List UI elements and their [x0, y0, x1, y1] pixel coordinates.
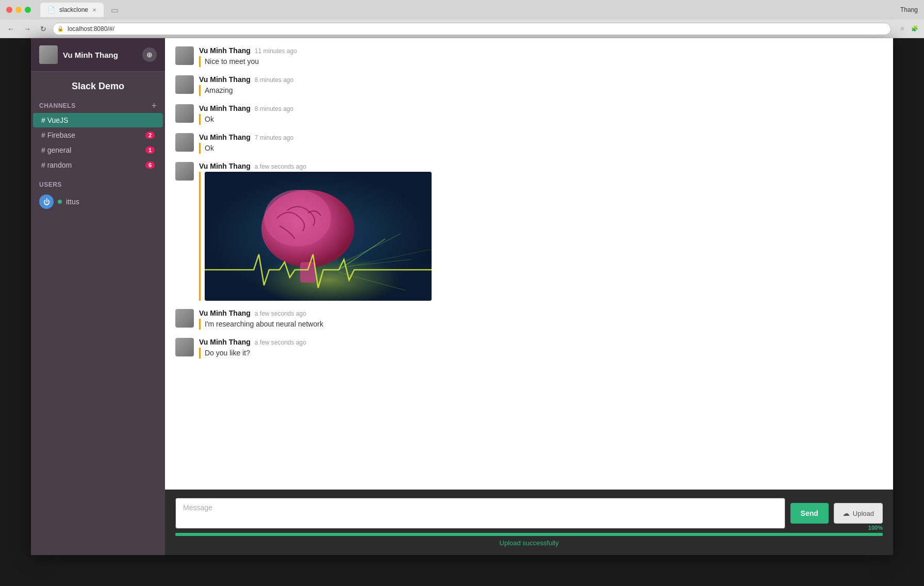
message-author: Vu Minh Thang [199, 104, 251, 112]
avatar [175, 162, 194, 181]
traffic-lights [6, 7, 31, 13]
address-bar[interactable]: 🔒 localhost:8080/#/ [53, 23, 891, 35]
browser-chrome: 📄 slackclone ✕ ▭ Thang ← → ↻ 🔒 localhost… [0, 0, 924, 38]
progress-bar-fill [175, 533, 883, 536]
message-text: I'm researching about neural network [205, 320, 323, 328]
upload-button[interactable]: ☁ Upload [834, 503, 883, 524]
brain-svg [205, 172, 432, 301]
avatar [175, 104, 194, 123]
maximize-window-button[interactable] [25, 7, 31, 13]
progress-bar-container: 100% [175, 533, 883, 536]
sidebar: Vu Minh Thang ⊕ Slack Demo CHANNELS + # … [31, 38, 165, 555]
message-author: Vu Minh Thang [199, 162, 251, 170]
message-text: Ok [205, 115, 214, 123]
message-row: Vu Minh Thang a few seconds ago I'm rese… [175, 309, 883, 330]
channel-item-random[interactable]: # random 6 [33, 158, 163, 172]
message-time: 7 minutes ago [255, 134, 293, 141]
add-channel-button[interactable]: + [151, 101, 157, 110]
avatar [175, 75, 194, 94]
reload-button[interactable]: ↻ [37, 23, 50, 35]
users-section: USERS ⏻ ittus [31, 173, 165, 215]
message-time: 8 minutes ago [255, 76, 293, 84]
compose-button[interactable]: ⊕ [142, 47, 157, 62]
firebase-badge: 2 [145, 132, 155, 139]
close-window-button[interactable] [6, 7, 12, 13]
message-time: a few seconds ago [255, 310, 306, 317]
app-window: Vu Minh Thang ⊕ Slack Demo CHANNELS + # … [31, 38, 893, 555]
message-author: Vu Minh Thang [199, 338, 251, 346]
svg-point-3 [264, 190, 331, 247]
message-author: Vu Minh Thang [199, 75, 251, 84]
message-text: Ok [205, 144, 214, 152]
browser-user-label: Thang [900, 6, 918, 13]
lock-icon: 🔒 [57, 26, 63, 31]
new-tab-button[interactable]: ▭ [108, 4, 122, 16]
message-row: Vu Minh Thang 8 minutes ago Amazing [175, 75, 883, 96]
message-row: Vu Minh Thang 8 minutes ago Ok [175, 104, 883, 125]
users-label: USERS [39, 181, 157, 188]
message-time: a few seconds ago [255, 339, 306, 346]
back-button[interactable]: ← [4, 23, 18, 35]
forward-button[interactable]: → [21, 23, 34, 35]
upload-label: Upload [853, 510, 874, 517]
message-text: Nice to meet you [205, 57, 259, 66]
channel-item-general[interactable]: # general 1 [33, 143, 163, 157]
sidebar-username: Vu Minh Thang [63, 51, 137, 59]
channels-list: # VueJS # Firebase 2 # general 1 # rando… [31, 112, 165, 173]
message-content: Vu Minh Thang 8 minutes ago Ok [199, 104, 883, 125]
input-row: Send ☁ Upload [175, 498, 883, 529]
user-name-ittus: ittus [66, 198, 79, 206]
avatar [175, 133, 194, 152]
avatar [175, 309, 194, 328]
brain-image [205, 172, 432, 301]
message-row: Vu Minh Thang 7 minutes ago Ok [175, 133, 883, 154]
extensions-icon[interactable]: 🧩 [910, 24, 920, 34]
channel-item-firebase[interactable]: # Firebase 2 [33, 128, 163, 142]
tab-close-button[interactable]: ✕ [92, 7, 96, 13]
message-author: Vu Minh Thang [199, 133, 251, 141]
message-time: 11 minutes ago [255, 47, 297, 55]
user-power-icon: ⏻ [39, 194, 54, 209]
messages-container: Vu Minh Thang 11 minutes ago Nice to mee… [165, 38, 893, 490]
message-text: Amazing [205, 86, 233, 94]
progress-label: 100% [868, 525, 883, 531]
message-row: Vu Minh Thang a few seconds ago Do you l… [175, 338, 883, 359]
svg-rect-4 [300, 262, 316, 283]
message-text: Do you like it? [205, 349, 250, 357]
message-author: Vu Minh Thang [199, 309, 251, 317]
message-row: Vu Minh Thang 11 minutes ago Nice to mee… [175, 46, 883, 67]
channels-label: CHANNELS [39, 102, 76, 109]
bookmark-icon[interactable]: ☆ [897, 24, 908, 34]
message-time: 8 minutes ago [255, 105, 293, 112]
general-badge: 1 [145, 146, 155, 154]
chat-area: Vu Minh Thang 11 minutes ago Nice to mee… [165, 38, 893, 555]
workspace-name: Slack Demo [31, 72, 165, 97]
message-content: Vu Minh Thang a few seconds ago Do you l… [199, 338, 883, 359]
channels-section-header: CHANNELS + [31, 97, 165, 112]
message-row: Vu Minh Thang a few seconds ago [175, 162, 883, 301]
message-content: Vu Minh Thang 11 minutes ago Nice to mee… [199, 46, 883, 67]
random-badge: 6 [145, 161, 155, 169]
url-text: localhost:8080/#/ [68, 25, 114, 32]
message-content: Vu Minh Thang 8 minutes ago Amazing [199, 75, 883, 96]
online-status-dot [58, 200, 62, 204]
avatar [39, 45, 58, 64]
minimize-window-button[interactable] [15, 7, 22, 13]
message-content: Vu Minh Thang a few seconds ago [199, 162, 883, 301]
upload-icon: ☁ [843, 509, 850, 517]
message-input[interactable] [175, 498, 785, 529]
channel-item-vuejs[interactable]: # VueJS [33, 113, 163, 127]
message-content: Vu Minh Thang 7 minutes ago Ok [199, 133, 883, 154]
browser-titlebar: 📄 slackclone ✕ ▭ Thang [0, 0, 924, 20]
sidebar-header: Vu Minh Thang ⊕ [31, 38, 165, 72]
browser-tab[interactable]: 📄 slackclone ✕ [40, 3, 104, 17]
browser-actions: ☆ 🧩 [897, 24, 920, 34]
message-content: Vu Minh Thang a few seconds ago I'm rese… [199, 309, 883, 330]
upload-success-message: Upload successfully [175, 539, 883, 547]
message-time: a few seconds ago [255, 163, 306, 170]
tab-title: slackclone [59, 6, 88, 13]
avatar [175, 46, 194, 65]
input-area: Send ☁ Upload 100% Upload successfully [165, 490, 893, 555]
user-item-ittus[interactable]: ⏻ ittus [39, 192, 157, 211]
send-button[interactable]: Send [790, 503, 829, 524]
